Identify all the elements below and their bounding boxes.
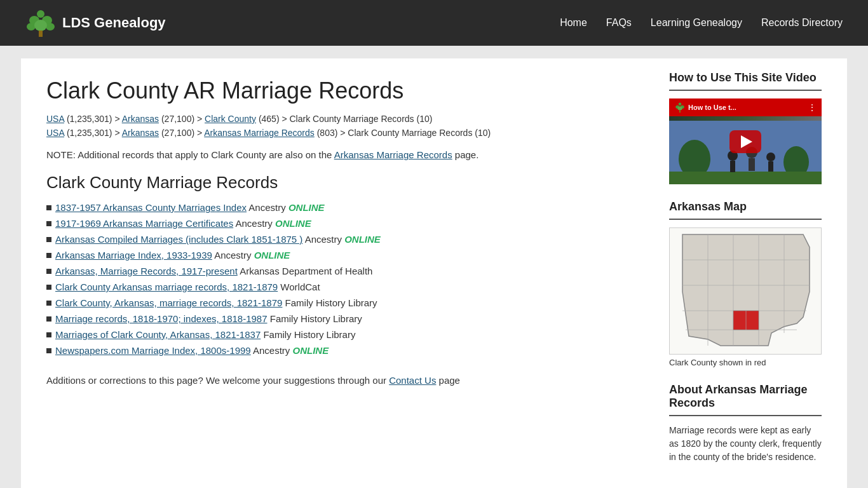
header: LDS Genealogy Home FAQs Learning Genealo…: [0, 0, 868, 46]
bullet-icon: [46, 301, 51, 306]
record-source-6: Family History Library: [282, 297, 377, 308]
svg-rect-21: [768, 161, 773, 172]
record-link-2[interactable]: Arkansas Compiled Marriages (includes Cl…: [55, 234, 302, 245]
map-section: Arkansas Map: [669, 200, 822, 367]
video-thumb-inner: [669, 98, 822, 184]
note-text: NOTE: Additional records that apply to C…: [46, 149, 631, 160]
video-heading: How to Use This Site Video: [669, 71, 822, 85]
page-title: Clark County AR Marriage Records: [46, 78, 631, 104]
record-source-8: Family History Library: [261, 329, 355, 340]
video-thumbnail[interactable]: How to Use t... ⋮: [669, 98, 822, 184]
online-badge-1: ONLINE: [275, 218, 311, 229]
video-divider: [669, 90, 822, 91]
record-item-6: Clark County, Arkansas, marriage records…: [46, 297, 631, 308]
breadcrumb-ar-marriage[interactable]: Arkansas Marriage Records: [204, 128, 315, 138]
logo-icon: [25, 8, 56, 38]
svg-point-20: [766, 152, 775, 161]
online-badge-2: ONLINE: [344, 234, 381, 245]
bullet-icon: [46, 332, 51, 337]
record-source-1: Ancestry: [233, 218, 275, 229]
main-content: Clark County AR Marriage Records USA (1,…: [46, 58, 644, 488]
record-item-8: Marriages of Clark County, Arkansas, 182…: [46, 329, 631, 340]
additions-text: Additions or corrections to this page? W…: [46, 375, 631, 386]
online-badge-3: ONLINE: [254, 250, 290, 261]
nav-records[interactable]: Records Directory: [761, 17, 843, 29]
breadcrumb-1: USA (1,235,301) > Arkansas (27,100) > Cl…: [46, 114, 631, 124]
logo-area[interactable]: LDS Genealogy: [25, 8, 166, 38]
record-source-2: Ancestry: [302, 234, 344, 245]
record-link-0[interactable]: 1837-1957 Arkansas County Marriages Inde…: [55, 202, 247, 213]
about-heading: About Arkansas Marriage Records: [669, 383, 822, 410]
record-link-7[interactable]: Marriage records, 1818-1970; indexes, 18…: [55, 313, 268, 324]
bullet-icon: [46, 205, 51, 210]
breadcrumb-clark-county[interactable]: Clark County: [205, 114, 256, 124]
bullet-icon: [46, 237, 51, 242]
svg-rect-6: [39, 30, 43, 37]
record-item-7: Marriage records, 1818-1970; indexes, 18…: [46, 313, 631, 324]
breadcrumb-2: USA (1,235,301) > Arkansas (27,100) > Ar…: [46, 128, 631, 138]
main-nav: Home FAQs Learning Genealogy Records Dir…: [560, 17, 843, 29]
content-area: Clark County AR Marriage Records USA (1,…: [21, 58, 847, 488]
record-source-4: Arkansas Department of Health: [238, 266, 373, 276]
record-item-5: Clark County Arkansas marriage records, …: [46, 281, 631, 292]
record-item-0: 1837-1957 Arkansas County Marriages Inde…: [46, 202, 631, 213]
play-button[interactable]: [729, 130, 761, 153]
note-link[interactable]: Arkansas Marriage Records: [334, 149, 452, 160]
about-section: About Arkansas Marriage Records Marriage…: [669, 383, 822, 464]
bullet-icon: [46, 348, 51, 353]
svg-point-3: [27, 23, 36, 30]
record-link-6[interactable]: Clark County, Arkansas, marriage records…: [55, 297, 282, 308]
video-section: How to Use This Site Video How to: [669, 71, 822, 184]
nav-learning[interactable]: Learning Genealogy: [651, 17, 742, 29]
svg-point-4: [46, 23, 55, 30]
record-source-7: Family History Library: [268, 313, 362, 324]
breadcrumb-arkansas-2[interactable]: Arkansas: [122, 128, 159, 138]
nav-home[interactable]: Home: [560, 17, 587, 29]
record-item-3: Arkansas Marriage Index, 1933-1939 Ances…: [46, 250, 631, 261]
about-divider: [669, 415, 822, 416]
record-item-2: Arkansas Compiled Marriages (includes Cl…: [46, 234, 631, 245]
arkansas-map: [669, 227, 822, 355]
bullet-icon: [46, 316, 51, 322]
record-source-9: Ancestry: [251, 345, 293, 356]
record-link-1[interactable]: 1917-1969 Arkansas Marriage Certificates: [55, 218, 233, 229]
nav-faqs[interactable]: FAQs: [606, 17, 632, 29]
record-item-1: 1917-1969 Arkansas Marriage Certificates…: [46, 218, 631, 229]
record-source-5: WorldCat: [278, 281, 320, 292]
record-link-8[interactable]: Marriages of Clark County, Arkansas, 182…: [55, 329, 261, 340]
record-item-9: Newspapers.com Marriage Index, 1800s-199…: [46, 345, 631, 356]
bullet-icon: [46, 285, 51, 290]
about-text: Marriage records were kept as early as 1…: [669, 424, 822, 464]
page-wrapper: Clark County AR Marriage Records USA (1,…: [0, 46, 868, 488]
record-link-5[interactable]: Clark County Arkansas marriage records, …: [55, 281, 278, 292]
play-triangle-icon: [741, 135, 752, 148]
record-link-9[interactable]: Newspapers.com Marriage Index, 1800s-199…: [55, 345, 251, 356]
bullet-icon: [46, 253, 51, 258]
record-source-3: Ancestry: [212, 250, 254, 261]
record-link-4[interactable]: Arkansas, Marriage Records, 1917-present: [55, 266, 238, 276]
map-divider: [669, 219, 822, 220]
bullet-icon: [46, 269, 51, 274]
record-item-4: Arkansas, Marriage Records, 1917-present…: [46, 266, 631, 276]
online-badge-9: ONLINE: [293, 345, 329, 356]
svg-point-5: [34, 20, 47, 31]
svg-rect-15: [669, 172, 822, 184]
logo-text: LDS Genealogy: [62, 15, 166, 31]
breadcrumb-usa-2[interactable]: USA: [46, 128, 64, 138]
records-list: 1837-1957 Arkansas County Marriages Inde…: [46, 202, 631, 356]
svg-rect-17: [730, 161, 735, 172]
breadcrumb-usa-1[interactable]: USA: [46, 114, 64, 124]
sidebar: How to Use This Site Video How to: [663, 58, 822, 488]
record-source-0: Ancestry: [247, 202, 288, 213]
map-caption: Clark County shown in red: [669, 358, 822, 367]
bullet-icon: [46, 221, 51, 226]
contact-link[interactable]: Contact Us: [389, 375, 436, 386]
map-heading: Arkansas Map: [669, 200, 822, 214]
section-title: Clark County Marriage Records: [46, 173, 631, 193]
record-link-3[interactable]: Arkansas Marriage Index, 1933-1939: [55, 250, 212, 261]
arkansas-map-svg: [670, 228, 822, 355]
svg-rect-19: [749, 158, 755, 171]
svg-point-0: [37, 10, 44, 18]
breadcrumb-arkansas-1[interactable]: Arkansas: [122, 114, 159, 124]
online-badge-0: ONLINE: [288, 202, 325, 213]
